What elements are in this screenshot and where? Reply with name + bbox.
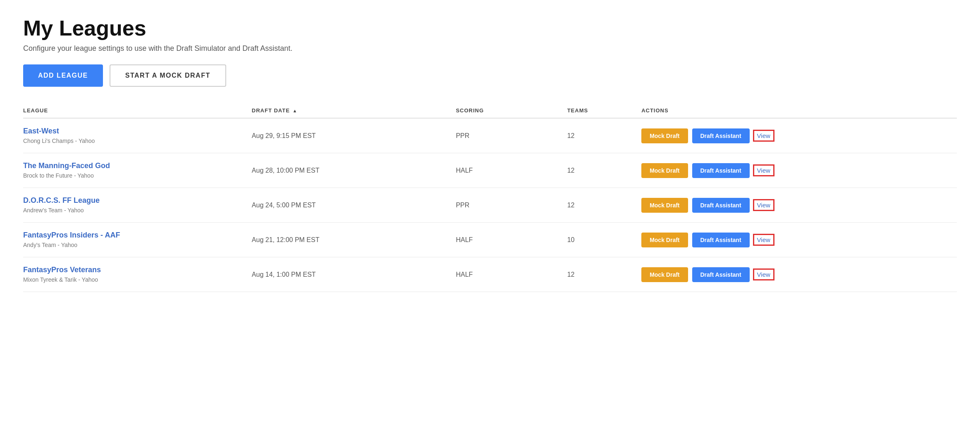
col-header-scoring: SCORING <box>456 103 567 118</box>
actions-cell: Mock Draft Draft Assistant View <box>641 257 957 292</box>
actions-cell: Mock Draft Draft Assistant View <box>641 153 957 188</box>
view-wrapper: View <box>754 165 774 176</box>
action-buttons: ADD LEAGUE START A MOCK DRAFT <box>23 64 957 87</box>
league-cell: FantasyPros Insiders - AAF Andy's Team -… <box>23 223 252 257</box>
teams-cell: 12 <box>567 153 641 188</box>
scoring-cell: PPR <box>456 118 567 153</box>
draft-date-cell: Aug 21, 12:00 PM EST <box>252 223 456 257</box>
col-header-actions: ACTIONS <box>641 103 957 118</box>
mock-draft-button[interactable]: Mock Draft <box>641 198 688 213</box>
scoring-cell: HALF <box>456 223 567 257</box>
mock-draft-button[interactable]: Mock Draft <box>641 128 688 143</box>
view-wrapper: View <box>754 269 774 280</box>
scoring-cell: PPR <box>456 188 567 223</box>
scoring-cell: HALF <box>456 153 567 188</box>
draft-date-cell: Aug 24, 5:00 PM EST <box>252 188 456 223</box>
draft-date-cell: Aug 29, 9:15 PM EST <box>252 118 456 153</box>
col-header-league: LEAGUE <box>23 103 252 118</box>
col-header-draft-date[interactable]: DRAFT DATE ▲ <box>252 103 456 118</box>
league-sub: Andrew's Team - Yahoo <box>23 207 84 214</box>
scoring-cell: HALF <box>456 257 567 292</box>
sort-arrow-icon: ▲ <box>293 108 298 113</box>
table-row: The Manning-Faced God Brock to the Futur… <box>23 153 957 188</box>
table-row: D.O.R.C.S. FF League Andrew's Team - Yah… <box>23 188 957 223</box>
league-name[interactable]: The Manning-Faced God <box>23 162 247 170</box>
actions-cell: Mock Draft Draft Assistant View <box>641 188 957 223</box>
mock-draft-button[interactable]: Mock Draft <box>641 267 688 282</box>
draft-assistant-button[interactable]: Draft Assistant <box>692 163 750 178</box>
add-league-button[interactable]: ADD LEAGUE <box>23 64 103 87</box>
view-button[interactable]: View <box>754 165 774 176</box>
actions-cell: Mock Draft Draft Assistant View <box>641 223 957 257</box>
start-mock-draft-button[interactable]: START A MOCK DRAFT <box>110 64 226 87</box>
view-button[interactable]: View <box>754 200 774 210</box>
league-name[interactable]: D.O.R.C.S. FF League <box>23 196 247 205</box>
page-subtitle: Configure your league settings to use wi… <box>23 44 957 53</box>
table-row: FantasyPros Insiders - AAF Andy's Team -… <box>23 223 957 257</box>
col-header-teams: TEAMS <box>567 103 641 118</box>
draft-assistant-button[interactable]: Draft Assistant <box>692 267 750 282</box>
league-cell: FantasyPros Veterans Mixon Tyreek & Tari… <box>23 257 252 292</box>
table-row: East-West Chong Li's Champs - Yahoo Aug … <box>23 118 957 153</box>
view-button[interactable]: View <box>754 235 774 245</box>
view-wrapper: View <box>754 235 774 245</box>
draft-assistant-button[interactable]: Draft Assistant <box>692 128 750 143</box>
view-wrapper: View <box>754 200 774 210</box>
mock-draft-button[interactable]: Mock Draft <box>641 233 688 247</box>
league-sub: Brock to the Future - Yahoo <box>23 172 94 179</box>
league-name[interactable]: FantasyPros Veterans <box>23 266 247 274</box>
league-sub: Mixon Tyreek & Tarik - Yahoo <box>23 276 98 283</box>
draft-date-cell: Aug 28, 10:00 PM EST <box>252 153 456 188</box>
draft-assistant-button[interactable]: Draft Assistant <box>692 233 750 247</box>
actions-cell: Mock Draft Draft Assistant View <box>641 118 957 153</box>
teams-cell: 12 <box>567 188 641 223</box>
teams-cell: 12 <box>567 257 641 292</box>
league-name[interactable]: East-West <box>23 127 247 135</box>
league-cell: East-West Chong Li's Champs - Yahoo <box>23 118 252 153</box>
draft-date-cell: Aug 14, 1:00 PM EST <box>252 257 456 292</box>
league-cell: The Manning-Faced God Brock to the Futur… <box>23 153 252 188</box>
teams-cell: 12 <box>567 118 641 153</box>
league-sub: Chong Li's Champs - Yahoo <box>23 138 95 144</box>
view-button[interactable]: View <box>754 269 774 280</box>
view-wrapper: View <box>754 131 774 141</box>
mock-draft-button[interactable]: Mock Draft <box>641 163 688 178</box>
view-button[interactable]: View <box>754 131 774 141</box>
table-header-row: LEAGUE DRAFT DATE ▲ SCORING TEAMS ACTION… <box>23 103 957 118</box>
teams-cell: 10 <box>567 223 641 257</box>
leagues-table: LEAGUE DRAFT DATE ▲ SCORING TEAMS ACTION… <box>23 103 957 292</box>
draft-assistant-button[interactable]: Draft Assistant <box>692 198 750 213</box>
table-row: FantasyPros Veterans Mixon Tyreek & Tari… <box>23 257 957 292</box>
page-title: My Leagues <box>23 17 957 40</box>
league-cell: D.O.R.C.S. FF League Andrew's Team - Yah… <box>23 188 252 223</box>
league-sub: Andy's Team - Yahoo <box>23 242 77 248</box>
league-name[interactable]: FantasyPros Insiders - AAF <box>23 231 247 240</box>
